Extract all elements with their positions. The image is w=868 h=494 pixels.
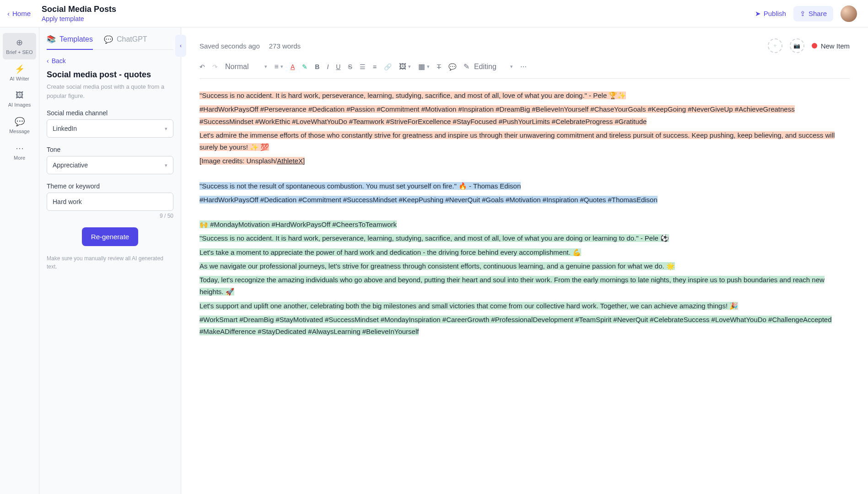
content-line: 🙌 #MondayMotivation #HardWorkPaysOff #Ch… bbox=[199, 220, 397, 228]
tab-chatgpt[interactable]: 💬 ChatGPT bbox=[104, 35, 147, 49]
link-button[interactable]: 🔗 bbox=[384, 63, 392, 70]
channel-select[interactable]: LinkedIn ▾ bbox=[47, 119, 173, 138]
more-options-button[interactable]: ⋯ bbox=[520, 63, 527, 70]
library-icon: 📚 bbox=[47, 35, 56, 43]
home-button[interactable]: ‹ Home bbox=[7, 10, 31, 17]
text-color-button[interactable]: A bbox=[291, 63, 295, 70]
chevron-down-icon: ▾ bbox=[427, 64, 430, 70]
channel-value: LinkedIn bbox=[53, 125, 77, 132]
back-label: Back bbox=[52, 57, 66, 64]
main-layout: ⊕ Brief + SEO ⚡ AI Writer 🖼 AI Images 💬 … bbox=[0, 27, 868, 494]
side-panel: ‹ 📚 Templates 💬 ChatGPT ‹ Back Social me… bbox=[39, 27, 181, 494]
add-image-button[interactable]: 📷 bbox=[790, 38, 804, 53]
collapse-panel-button[interactable]: ‹ bbox=[175, 35, 186, 57]
content-line: [Image credits: Unsplash/AthleteX] bbox=[199, 157, 305, 165]
chat-icon: 💬 bbox=[15, 117, 25, 127]
editor-content[interactable]: "Success is no accident. It is hard work… bbox=[199, 90, 850, 338]
document-title: Social Media Posts bbox=[42, 5, 755, 14]
left-rail: ⊕ Brief + SEO ⚡ AI Writer 🖼 AI Images 💬 … bbox=[0, 27, 39, 494]
tab-chatgpt-label: ChatGPT bbox=[117, 35, 147, 43]
back-link[interactable]: ‹ Back bbox=[47, 57, 173, 64]
target-icon: ⊕ bbox=[16, 38, 23, 48]
camera-icon: 📷 bbox=[793, 43, 800, 49]
regenerate-button[interactable]: Re-generate bbox=[82, 227, 138, 246]
rail-ai-images[interactable]: 🖼 AI Images bbox=[0, 86, 39, 112]
editor-header: Saved seconds ago 273 words + 📷 New Item bbox=[199, 38, 850, 53]
content-line: "Success is no accident. It is hard work… bbox=[199, 234, 669, 242]
panel-tabs: 📚 Templates 💬 ChatGPT bbox=[47, 27, 173, 50]
numbered-list-button[interactable]: ≡ bbox=[373, 63, 377, 70]
rail-message[interactable]: 💬 Message bbox=[0, 112, 39, 139]
save-info: Saved seconds ago 273 words bbox=[199, 42, 301, 50]
undo-button[interactable]: ↶ bbox=[199, 63, 205, 70]
align-button[interactable]: ≡▾ bbox=[275, 63, 283, 71]
content-line: "Success is not the result of spontaneou… bbox=[199, 182, 521, 190]
chevron-down-icon: ▾ bbox=[408, 64, 411, 70]
header-right: ➤ Publish ⇪ Share bbox=[755, 5, 861, 22]
theme-label: Theme or keyword bbox=[47, 183, 173, 190]
saved-status: Saved seconds ago bbox=[199, 42, 260, 50]
editing-mode-select[interactable]: ✎ Editing ▾ bbox=[464, 62, 513, 71]
chevron-left-icon: ‹ bbox=[7, 10, 10, 17]
publish-button[interactable]: ➤ Publish bbox=[755, 10, 786, 18]
share-label: Share bbox=[809, 10, 827, 17]
template-title: Social media post - quotes bbox=[47, 70, 173, 80]
rail-writer-label: AI Writer bbox=[10, 76, 29, 81]
upload-icon: ⇪ bbox=[800, 10, 806, 18]
table-icon: ▦ bbox=[418, 62, 425, 71]
image-insert-button[interactable]: 🖼▾ bbox=[399, 63, 411, 71]
clear-format-button[interactable]: T̶ bbox=[437, 63, 441, 70]
content-line: Let's admire the immense efforts of thos… bbox=[199, 131, 835, 151]
format-select[interactable]: Normal ▾ bbox=[225, 63, 267, 71]
channel-label: Social media channel bbox=[47, 109, 173, 117]
publish-label: Publish bbox=[764, 10, 786, 17]
editor-actions: + 📷 New Item bbox=[768, 38, 850, 53]
rail-brief-label: Brief + SEO bbox=[6, 49, 32, 55]
content-line: #WorkSmart #DreamBig #StayMotivated #Suc… bbox=[199, 316, 832, 335]
underline-button[interactable]: U bbox=[336, 63, 340, 70]
content-line: Today, let's recognize the amazing indiv… bbox=[199, 276, 825, 295]
rail-images-label: AI Images bbox=[8, 102, 31, 107]
content-line: "Success is no accident. It is hard work… bbox=[199, 91, 626, 99]
rail-ai-writer[interactable]: ⚡ AI Writer bbox=[0, 59, 39, 86]
italic-button[interactable]: I bbox=[327, 63, 329, 70]
tab-templates[interactable]: 📚 Templates bbox=[47, 35, 93, 50]
top-header: ‹ Home Social Media Posts Apply template… bbox=[0, 0, 868, 27]
dots-icon: ⋯ bbox=[16, 143, 24, 153]
comment-button[interactable]: 💬 bbox=[448, 63, 456, 70]
theme-input[interactable] bbox=[47, 193, 173, 211]
tone-label: Tone bbox=[47, 146, 173, 153]
rail-more[interactable]: ⋯ More bbox=[0, 139, 39, 165]
word-count: 273 words bbox=[269, 42, 301, 50]
chevron-down-icon: ▾ bbox=[165, 126, 167, 132]
strikethrough-button[interactable]: S bbox=[348, 63, 352, 70]
chat-icon: 💬 bbox=[104, 35, 113, 44]
table-button[interactable]: ▦▾ bbox=[418, 62, 430, 71]
image-icon: 🖼 bbox=[16, 91, 24, 100]
chevron-left-icon: ‹ bbox=[47, 57, 49, 64]
content-line: As we navigate our professional journeys… bbox=[199, 262, 675, 270]
redo-button[interactable]: ↷ bbox=[212, 63, 218, 70]
content-line: Let's support and uplift one another, ce… bbox=[199, 302, 738, 310]
tone-select[interactable]: Appreciative ▾ bbox=[47, 156, 173, 174]
editor-area: Saved seconds ago 273 words + 📷 New Item… bbox=[181, 27, 868, 494]
send-icon: ➤ bbox=[755, 10, 761, 18]
home-label: Home bbox=[12, 10, 31, 17]
content-line: Let's take a moment to appreciate the po… bbox=[199, 248, 581, 256]
lightning-icon: ⚡ bbox=[15, 64, 25, 74]
bullet-list-button[interactable]: ☰ bbox=[360, 63, 366, 70]
apply-template-link[interactable]: Apply template bbox=[42, 15, 755, 22]
add-collaborator-button[interactable]: + bbox=[768, 38, 782, 53]
user-avatar[interactable] bbox=[841, 5, 857, 22]
image-icon: 🖼 bbox=[399, 63, 406, 71]
new-item-indicator[interactable]: New Item bbox=[812, 42, 850, 50]
content-line: #HardWorkPaysOff #Dedication #Commitment… bbox=[199, 196, 658, 204]
align-left-icon: ≡ bbox=[275, 63, 279, 71]
bold-button[interactable]: B bbox=[315, 63, 319, 70]
content-line: #HardWorkPaysOff #Perseverance #Dedicati… bbox=[199, 105, 795, 125]
highlight-button[interactable]: ✎ bbox=[302, 63, 307, 70]
rail-brief-seo[interactable]: ⊕ Brief + SEO bbox=[3, 33, 36, 59]
chevron-down-icon: ▾ bbox=[510, 64, 513, 70]
share-button[interactable]: ⇪ Share bbox=[793, 6, 833, 21]
status-dot-icon bbox=[812, 43, 817, 48]
